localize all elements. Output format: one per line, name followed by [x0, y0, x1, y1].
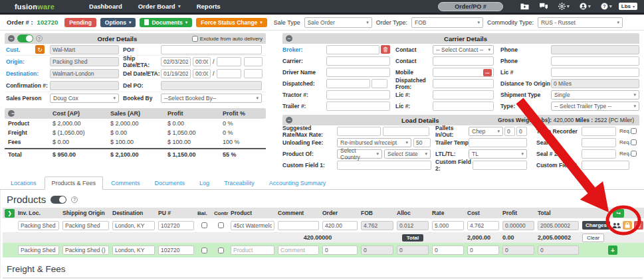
- folder-plus-icon[interactable]: [520, 3, 529, 10]
- customer-sync-icon[interactable]: ↻: [35, 45, 45, 54]
- custom-field2-input[interactable]: [473, 161, 527, 170]
- exclude-auto-delivery[interactable]: Exclude from auto delivery: [192, 36, 263, 42]
- total-input[interactable]: [538, 221, 579, 230]
- tab-accounting-summary[interactable]: Accounting Summary: [263, 177, 333, 189]
- shipping-origin-input[interactable]: [62, 221, 109, 230]
- dispatched-from-input[interactable]: [433, 79, 494, 88]
- seal1-input[interactable]: [582, 138, 616, 147]
- fob-input[interactable]: [361, 245, 393, 255]
- broker-input[interactable]: [326, 45, 379, 54]
- comment-input[interactable]: [278, 245, 319, 255]
- max-rate-input[interactable]: [383, 127, 429, 136]
- product-input[interactable]: [231, 221, 274, 230]
- custom-field3-input[interactable]: [582, 161, 629, 170]
- tractor-input[interactable]: [326, 90, 390, 100]
- messages-icon[interactable]: [539, 3, 548, 10]
- shipment-type-select[interactable]: Single: [551, 90, 639, 100]
- tab-documents[interactable]: Documents: [148, 177, 192, 189]
- profit-input[interactable]: [502, 221, 534, 230]
- nav-dashboard[interactable]: Dashboard: [89, 3, 122, 10]
- distance-input[interactable]: [551, 79, 639, 88]
- nav-reports[interactable]: Reports: [197, 3, 221, 10]
- documents-button[interactable]: Documents▾: [140, 18, 192, 27]
- tab-comments[interactable]: Comments: [104, 177, 147, 189]
- tab-traceability[interactable]: Traceability: [217, 177, 261, 189]
- origin-input[interactable]: [50, 57, 119, 66]
- exclude-auto-delivery-checkbox[interactable]: [192, 36, 198, 42]
- help-icon[interactable]: ? ▾: [601, 3, 612, 10]
- pu-input[interactable]: [158, 245, 194, 255]
- bal-checkbox[interactable]: [201, 247, 207, 253]
- sms-icon[interactable]: •••: [483, 69, 492, 76]
- carrier-input[interactable]: [326, 56, 390, 66]
- total-input[interactable]: [538, 245, 579, 255]
- collapse-icon[interactable]: [8, 35, 15, 42]
- temp-recorder-input[interactable]: [582, 127, 616, 136]
- temp-recorder-req-checkbox[interactable]: [631, 128, 637, 134]
- rate-input[interactable]: [432, 245, 464, 255]
- customer-input[interactable]: [50, 45, 119, 54]
- clear-button[interactable]: Clear: [582, 234, 604, 242]
- unloading-fee-input[interactable]: [413, 138, 431, 147]
- add-row-button[interactable]: +: [608, 245, 617, 255]
- collapse-icon[interactable]: [286, 117, 292, 123]
- tractor-lic-input[interactable]: [433, 90, 494, 100]
- profit-input[interactable]: [502, 245, 534, 255]
- dispatched-time-input[interactable]: [372, 79, 387, 88]
- trailer-temp-input[interactable]: [469, 138, 527, 147]
- commodity-type-select[interactable]: RUS - Russet: [538, 17, 623, 28]
- del-time-input[interactable]: [193, 69, 211, 78]
- carrier-contact-input[interactable]: [433, 56, 494, 66]
- del-po-input[interactable]: [161, 81, 262, 90]
- destination-input[interactable]: [112, 245, 155, 255]
- expand-rows-button[interactable]: ❯: [5, 209, 15, 218]
- carrier-phone-input[interactable]: [551, 56, 639, 66]
- alloc-input[interactable]: [397, 245, 429, 255]
- pallets-in-input[interactable]: [504, 127, 515, 136]
- tab-locations[interactable]: Locations: [4, 177, 43, 189]
- tab-products-fees[interactable]: Products & Fees: [45, 176, 104, 190]
- cost-input[interactable]: [467, 245, 499, 255]
- trailer-lic-input[interactable]: [433, 102, 494, 111]
- tab-log[interactable]: Log: [193, 177, 216, 189]
- ship-date-input[interactable]: [161, 57, 191, 66]
- confirmation-input[interactable]: [50, 81, 119, 90]
- collapse-icon[interactable]: [286, 35, 292, 42]
- ship-eta-date-input[interactable]: [217, 57, 241, 66]
- charges-button[interactable]: Charges: [582, 221, 610, 230]
- product-input[interactable]: [231, 245, 274, 255]
- del-eta-time-input[interactable]: [244, 69, 263, 78]
- shipping-origin-input[interactable]: [62, 245, 109, 255]
- state-select[interactable]: Select State: [384, 149, 431, 159]
- comment-input[interactable]: [278, 221, 319, 230]
- dispatched-date-input[interactable]: [326, 79, 370, 88]
- po-input[interactable]: [161, 45, 262, 54]
- order-details-toggle[interactable]: [17, 35, 33, 42]
- seal2-req-checkbox[interactable]: [631, 151, 637, 157]
- destination-input[interactable]: [112, 221, 155, 230]
- fob-input[interactable]: [361, 221, 393, 230]
- user-account-icon[interactable]: ▾: [580, 3, 591, 10]
- contr-checkbox[interactable]: [218, 222, 224, 228]
- order-type-select[interactable]: FOB: [411, 17, 483, 28]
- order-po-search[interactable]: Order/PO #: [438, 2, 503, 11]
- del-date-input[interactable]: [161, 69, 191, 78]
- pallets-out-input[interactable]: [516, 127, 527, 136]
- inv-loc-input[interactable]: [18, 221, 59, 230]
- suggested-rate-input[interactable]: [337, 127, 381, 136]
- trailer-type-select[interactable]: -- Select Trailer Type --: [551, 102, 639, 111]
- split-row-users-icon[interactable]: [612, 222, 621, 229]
- trailer-input[interactable]: [326, 102, 390, 111]
- ltl-select[interactable]: TL: [469, 149, 527, 159]
- collapse-icon[interactable]: [8, 110, 15, 117]
- ship-time-input[interactable]: [193, 57, 211, 66]
- destination-input[interactable]: [50, 69, 119, 78]
- booked-by-select[interactable]: --Select Booked By--: [161, 94, 262, 103]
- inv-loc-input[interactable]: [18, 245, 59, 255]
- rate-input[interactable]: [432, 221, 464, 230]
- force-status-change-button[interactable]: Force Status Change▾: [196, 18, 267, 27]
- settings-gear-icon[interactable]: ▾: [558, 3, 570, 10]
- sale-type-select[interactable]: Sale Order: [304, 17, 372, 28]
- ship-eta-time-input[interactable]: [244, 57, 263, 66]
- unit-selector[interactable]: Lbs▾: [619, 3, 637, 10]
